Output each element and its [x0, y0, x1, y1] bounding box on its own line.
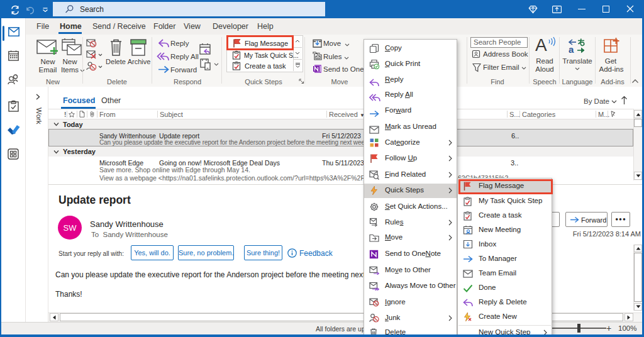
svg-text:a: a	[569, 44, 574, 55]
